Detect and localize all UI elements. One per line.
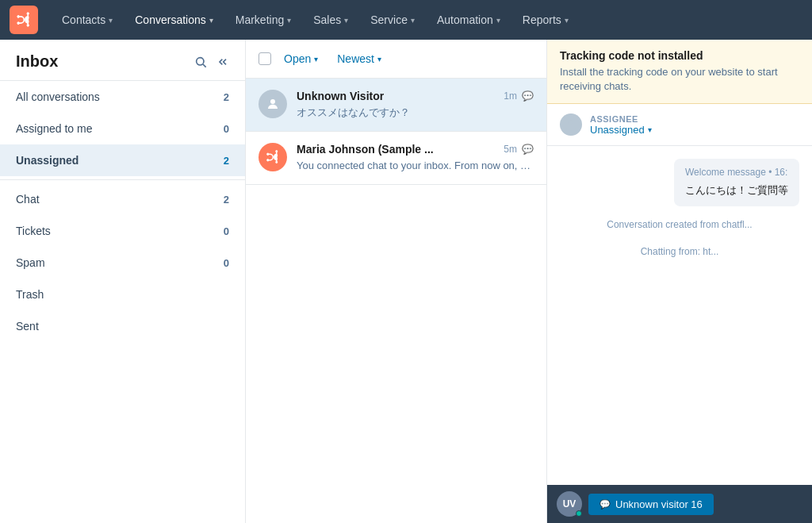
tracking-banner: Tracking code not installed Install the … xyxy=(547,40,812,104)
filter-open-button[interactable]: Open ▾ xyxy=(278,49,324,68)
sidebar-item-label: Chat xyxy=(16,193,40,206)
sidebar-item-label: Tickets xyxy=(16,225,51,237)
nav-marketing[interactable]: Marketing ▾ xyxy=(224,0,302,40)
sidebar-header: Inbox xyxy=(0,40,245,81)
sidebar-item-label: All conversations xyxy=(16,90,100,103)
conv-preview: オススメはなんですか？ xyxy=(297,106,534,120)
assignee-info: Assignee Unassigned ▾ xyxy=(590,114,652,136)
tracking-title: Tracking code not installed xyxy=(560,49,799,62)
chat-area: Welcome message • 16: こんにちは！ご質問等 Convers… xyxy=(547,146,812,523)
service-chevron-icon: ▾ xyxy=(411,16,415,25)
marketing-chevron-icon: ▾ xyxy=(287,16,291,25)
svg-point-0 xyxy=(197,57,204,64)
bubble-text: こんにちは！ご質問等 xyxy=(685,183,788,198)
svg-point-2 xyxy=(270,99,275,104)
sidebar-item-count: 0 xyxy=(213,225,229,237)
conv-content: Maria Johnson (Sample ... 5m 💬 You conne… xyxy=(297,143,534,173)
hubspot-logo[interactable] xyxy=(10,6,38,34)
sales-chevron-icon: ▾ xyxy=(344,16,348,25)
chat-indicator-icon: 💬 xyxy=(522,90,534,102)
conv-items-container: Unknown Visitor 1m 💬 オススメはなんですか？ Maria J… xyxy=(246,79,546,185)
sidebar-item-label: Unassigned xyxy=(16,154,79,167)
assignee-chevron-icon: ▾ xyxy=(648,125,652,134)
sidebar-item-count: 0 xyxy=(213,123,229,135)
sidebar-item-count: 2 xyxy=(213,91,229,103)
visitor-chat-button[interactable]: 💬 Unknown visitor 16 xyxy=(588,494,714,515)
conv-time: 1m xyxy=(504,90,517,102)
sidebar-item-tickets[interactable]: Tickets 0 xyxy=(0,215,245,247)
search-icon[interactable] xyxy=(194,56,207,68)
sidebar-item-spam[interactable]: Spam 0 xyxy=(0,247,245,279)
bubble-header: Welcome message • 16: xyxy=(685,167,788,178)
sidebar-item-label: Trash xyxy=(16,288,44,301)
sidebar-item-trash[interactable]: Trash xyxy=(0,279,245,310)
chat-icon: 💬 xyxy=(599,499,611,510)
conv-list-header: Open ▾ Newest ▾ xyxy=(246,40,546,79)
assignee-section: Assignee Unassigned ▾ xyxy=(547,104,812,146)
sidebar-nav: All conversations 2 Assigned to me 0 Una… xyxy=(0,81,245,342)
sidebar-item-sent[interactable]: Sent xyxy=(0,310,245,342)
sidebar-item-label: Spam xyxy=(16,256,45,269)
conv-preview: You connected chat to your inbox. From n… xyxy=(297,159,534,173)
sidebar-item-assigned-to-me[interactable]: Assigned to me 0 xyxy=(0,113,245,144)
sidebar: Inbox All conversations 2 xyxy=(0,40,246,523)
top-navigation: Contacts ▾ Conversations ▾ Marketing ▾ S… xyxy=(0,0,812,40)
assignee-dropdown[interactable]: Unassigned ▾ xyxy=(590,124,652,136)
detail-panel: Tracking code not installed Install the … xyxy=(547,40,812,523)
svg-line-1 xyxy=(203,64,206,67)
conversations-chevron-icon: ▾ xyxy=(209,16,213,25)
sidebar-item-label: Assigned to me xyxy=(16,122,93,135)
reports-chevron-icon: ▾ xyxy=(565,16,569,25)
system-message-1: Conversation created from chatfl... xyxy=(560,216,799,233)
contacts-chevron-icon: ▾ xyxy=(109,16,113,25)
nav-conversations[interactable]: Conversations ▾ xyxy=(124,0,224,40)
assignee-label: Assignee xyxy=(590,114,652,124)
visitor-avatar: UV xyxy=(557,491,582,517)
svg-point-3 xyxy=(569,121,573,125)
sidebar-item-count: 0 xyxy=(213,257,229,269)
chat-indicator-icon: 💬 xyxy=(522,144,534,155)
newest-filter-chevron-icon: ▾ xyxy=(377,55,381,63)
conv-content: Unknown Visitor 1m 💬 オススメはなんですか？ xyxy=(297,90,534,120)
filter-newest-button[interactable]: Newest ▾ xyxy=(331,49,388,68)
sidebar-title: Inbox xyxy=(16,52,58,71)
sidebar-item-all-conversations[interactable]: All conversations 2 xyxy=(0,81,245,113)
select-all-checkbox[interactable] xyxy=(259,52,271,65)
nav-reports[interactable]: Reports ▾ xyxy=(511,0,580,40)
conversation-list: Open ▾ Newest ▾ Unknown Visitor 1m 💬 オスス… xyxy=(246,40,547,523)
sidebar-item-chat[interactable]: Chat 2 xyxy=(0,183,245,215)
sidebar-item-count: 2 xyxy=(213,194,229,206)
open-filter-chevron-icon: ▾ xyxy=(314,55,318,63)
online-indicator xyxy=(576,510,582,517)
conv-name: Maria Johnson (Sample ... xyxy=(297,143,434,156)
sidebar-item-label: Sent xyxy=(16,320,39,333)
automation-chevron-icon: ▾ xyxy=(496,16,500,25)
collapse-icon[interactable] xyxy=(216,56,229,68)
nav-service[interactable]: Service ▾ xyxy=(359,0,426,40)
assignee-avatar xyxy=(560,113,582,136)
conversation-item[interactable]: Unknown Visitor 1m 💬 オススメはなんですか？ xyxy=(246,79,546,132)
conv-avatar xyxy=(259,90,287,118)
nav-automation[interactable]: Automation ▾ xyxy=(426,0,511,40)
nav-contacts[interactable]: Contacts ▾ xyxy=(51,0,124,40)
sidebar-item-count: 2 xyxy=(213,155,229,167)
bottom-bar: UV 💬 Unknown visitor 16 xyxy=(547,485,812,523)
sidebar-divider xyxy=(0,179,245,180)
system-message-2: Chatting from: ht... xyxy=(560,243,799,260)
conv-time: 5m xyxy=(504,144,517,155)
sidebar-actions xyxy=(194,56,229,68)
conv-avatar xyxy=(259,143,287,171)
nav-sales[interactable]: Sales ▾ xyxy=(302,0,359,40)
chat-bubble: Welcome message • 16: こんにちは！ご質問等 xyxy=(674,159,799,206)
conversation-item[interactable]: Maria Johnson (Sample ... 5m 💬 You conne… xyxy=(246,132,546,185)
conv-name: Unknown Visitor xyxy=(297,90,384,102)
tracking-desc: Install the tracking code on your websit… xyxy=(560,65,799,94)
main-layout: Inbox All conversations 2 xyxy=(0,40,812,523)
sidebar-item-unassigned[interactable]: Unassigned 2 xyxy=(0,144,245,176)
